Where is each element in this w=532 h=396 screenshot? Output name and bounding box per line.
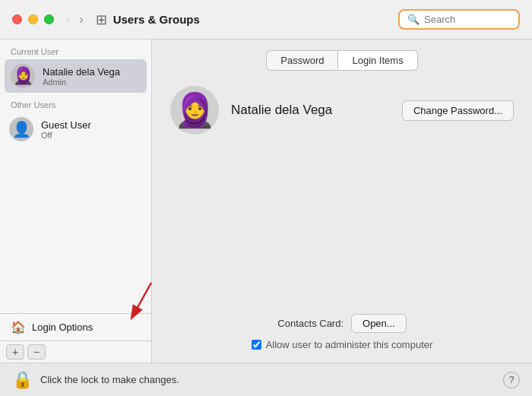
sidebar-item-current-user[interactable]: 🧕 Natalie dela Vega Admin [5,59,147,93]
tab-bar: Password Login Items [170,50,514,71]
house-icon: 🏠 [11,320,26,334]
back-button[interactable]: ‹ [63,11,73,28]
content-user-name: Natalie dela Vega [231,103,390,118]
close-button[interactable] [12,14,22,24]
user-header: 🧕 Natalie dela Vega Change Password... [170,86,514,135]
allow-admin-row: Allow user to administer this computer [170,339,514,350]
remove-user-button[interactable]: − [27,344,46,360]
lock-icon: 🔒 [12,370,33,390]
current-user-name: Natalie dela Vega [43,66,120,78]
current-user-role: Admin [43,78,120,87]
sidebar-buttons: + − [0,341,151,363]
contacts-card-label: Contacts Card: [277,318,344,329]
forward-button[interactable]: › [76,11,86,28]
bottombar: 🔒 Click the lock to make changes. ? [0,363,532,396]
avatar: 🧕 [11,64,35,88]
user-avatar-large: 🧕 [170,86,219,135]
grid-icon: ⊞ [96,11,107,28]
help-button[interactable]: ? [503,372,520,388]
guest-user-info: Guest User Off [41,119,91,140]
open-contacts-button[interactable]: Open... [351,314,407,333]
minimize-button[interactable] [28,14,38,24]
user-info: Natalie dela Vega Admin [43,66,120,87]
sidebar-item-guest-user[interactable]: 👤 Guest User Off [0,112,151,146]
guest-user-name: Guest User [41,119,91,131]
tab-login-items[interactable]: Login Items [338,50,417,71]
titlebar: ‹ › ⊞ Users & Groups 🔍 [0,0,532,40]
search-box[interactable]: 🔍 [398,9,520,30]
traffic-lights [12,14,54,24]
user-avatar-emoji: 🧕 [13,68,33,84]
page-title: Users & Groups [113,13,398,26]
guest-user-status: Off [41,131,91,140]
sidebar: Current User 🧕 Natalie dela Vega Admin O… [0,40,152,363]
login-options-item[interactable]: 🏠 Login Options [0,313,151,341]
content-area: Password Login Items 🧕 Natalie dela Vega… [152,40,532,363]
current-user-label: Current User [0,40,151,59]
guest-avatar: 👤 [9,117,33,141]
main-content: Current User 🧕 Natalie dela Vega Admin O… [0,40,532,363]
other-users-label: Other Users [0,93,151,112]
lock-text: Click the lock to make changes. [40,374,496,385]
contacts-card-row: Contacts Card: Open... [170,314,514,333]
change-password-button[interactable]: Change Password... [402,100,514,121]
user-avatar-large-emoji: 🧕 [174,90,216,130]
login-options-label: Login Options [32,322,93,333]
tab-password[interactable]: Password [266,50,338,71]
nav-arrows: ‹ › [63,11,87,28]
maximize-button[interactable] [44,14,54,24]
search-input[interactable] [424,14,515,25]
guest-avatar-icon: 👤 [12,120,31,138]
allow-admin-checkbox[interactable] [252,340,261,350]
allow-admin-label: Allow user to administer this computer [266,339,433,350]
add-user-button[interactable]: + [6,344,24,360]
search-icon: 🔍 [407,14,420,25]
